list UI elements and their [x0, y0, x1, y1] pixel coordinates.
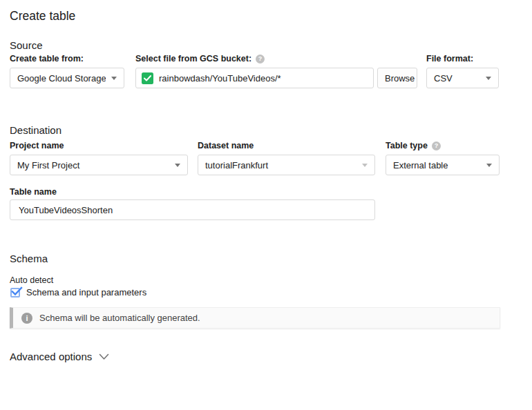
destination-section-heading: Destination — [10, 124, 61, 136]
chevron-down-icon — [99, 353, 109, 360]
caret-down-icon — [111, 77, 117, 80]
table-type-label-text: Table type — [386, 141, 428, 150]
table-type-select[interactable]: External table — [386, 155, 500, 175]
auto-detect-checkbox-row: Schema and input parameters — [10, 287, 146, 297]
schema-info-banner: i Schema will be automatically generated… — [10, 307, 500, 329]
gcs-bucket-input[interactable] — [159, 73, 368, 84]
help-icon[interactable]: ? — [256, 55, 265, 64]
help-icon[interactable]: ? — [432, 141, 441, 150]
file-format-value: CSV — [434, 73, 480, 84]
browse-button[interactable]: Browse — [377, 68, 417, 88]
page-title: Create table — [10, 9, 75, 23]
schema-section-heading: Schema — [10, 253, 48, 264]
dataset-name-select[interactable]: tutorialFrankfurt — [198, 155, 375, 175]
table-name-input-wrapper — [10, 199, 375, 220]
dataset-name-value: tutorialFrankfurt — [205, 160, 357, 170]
project-name-select[interactable]: My First Project — [10, 155, 188, 175]
checkbox-check-icon — [10, 286, 24, 298]
caret-down-icon — [486, 77, 491, 80]
valid-check-icon — [142, 72, 153, 84]
table-type-value: External table — [393, 160, 481, 170]
caret-down-icon — [362, 164, 368, 167]
advanced-options-label: Advanced options — [10, 351, 92, 362]
source-section-heading: Source — [10, 39, 43, 51]
table-name-label: Table name — [10, 187, 57, 197]
project-name-label: Project name — [10, 141, 64, 150]
create-table-from-value: Google Cloud Storage — [17, 73, 106, 84]
gcs-bucket-input-wrapper — [135, 68, 374, 88]
caret-down-icon — [486, 164, 492, 167]
dataset-name-label: Dataset name — [198, 141, 254, 150]
table-name-input[interactable] — [19, 205, 369, 215]
gcs-bucket-label-text: Select file from GCS bucket: — [135, 54, 251, 64]
table-type-label: Table type ? — [386, 141, 441, 150]
auto-detect-label: Auto detect — [10, 275, 53, 285]
caret-down-icon — [175, 164, 180, 167]
project-name-value: My First Project — [17, 160, 169, 170]
advanced-options-toggle[interactable]: Advanced options — [10, 351, 109, 362]
auto-detect-checkbox-label[interactable]: Schema and input parameters — [26, 287, 146, 297]
gcs-bucket-label: Select file from GCS bucket: ? — [135, 54, 265, 64]
schema-info-text: Schema will be automatically generated. — [39, 313, 200, 323]
auto-detect-checkbox[interactable] — [10, 288, 20, 297]
create-table-from-select[interactable]: Google Cloud Storage — [10, 68, 124, 88]
file-format-select[interactable]: CSV — [426, 68, 499, 88]
create-table-page: Create table Source Create table from: S… — [0, 0, 532, 410]
info-icon: i — [21, 313, 32, 324]
file-format-label: File format: — [426, 54, 473, 64]
create-table-from-label: Create table from: — [10, 54, 84, 64]
